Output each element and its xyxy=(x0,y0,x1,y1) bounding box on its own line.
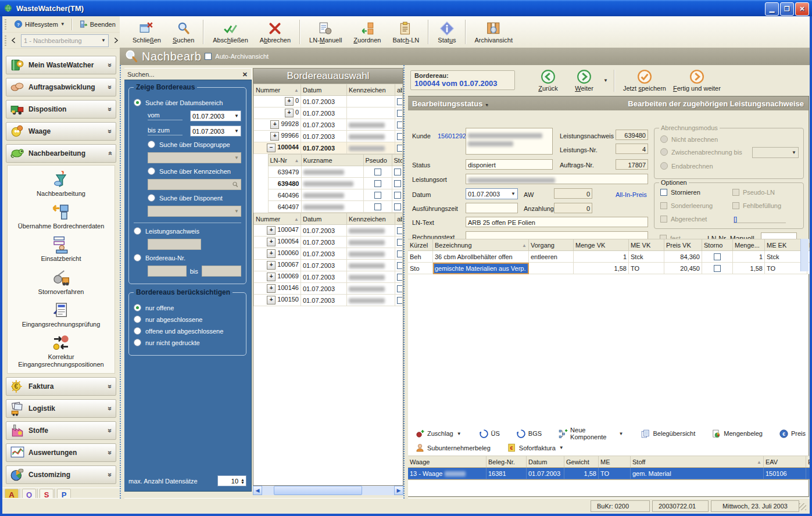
collapse-button[interactable]: − xyxy=(267,144,276,152)
splitter[interactable] xyxy=(403,65,408,499)
ln-text-field[interactable]: ARB 25 offen PE Folien xyxy=(466,217,648,227)
bordereau-row[interactable]: +001.07.2003 xyxy=(254,107,403,119)
bordereau-row[interactable]: +9996601.07.2003 xyxy=(254,131,403,142)
checkbox[interactable] xyxy=(397,110,403,117)
item-row[interactable]: Beh36 cbm Abrollbehälter offenentleeren1… xyxy=(408,251,812,263)
ln-row[interactable]: 639480 xyxy=(268,178,402,189)
expand-button[interactable]: + xyxy=(267,273,276,281)
expand-button[interactable]: + xyxy=(270,132,279,141)
sidebar-item-stornoverfahren[interactable]: Stornoverfahren xyxy=(7,268,115,296)
bordereau-row[interactable]: +10006001.07.2003 xyxy=(254,248,403,260)
checkbox[interactable] xyxy=(397,274,403,281)
checkbox[interactable] xyxy=(394,192,401,199)
toolbar-button-status[interactable]: Status xyxy=(432,19,462,45)
toolbar-button-suchen[interactable]: Suchen xyxy=(167,19,200,45)
toolbar-button-abbrechen[interactable]: Abbrechen xyxy=(254,19,296,45)
anzahlung-field[interactable]: 0 xyxy=(554,203,592,213)
sidebar-section-stoffe[interactable]: Stoffe» xyxy=(6,421,116,440)
checkbox[interactable] xyxy=(397,262,403,269)
maximize-button[interactable]: ❐ xyxy=(780,2,794,16)
sidebar-section-customizing[interactable]: Customizing» xyxy=(6,465,116,484)
sidebar-section-mein-wastewatcher[interactable]: Mein WasteWatcher» xyxy=(6,56,116,74)
checkbox[interactable] xyxy=(374,192,381,199)
zurück-button[interactable]: Zurück xyxy=(530,69,566,92)
horizontal-scrollbar[interactable]: ◀ ▶ xyxy=(253,486,403,495)
expand-button[interactable]: + xyxy=(285,97,294,106)
radio-dispogruppe[interactable] xyxy=(148,141,155,148)
üs-button[interactable]: ÜS xyxy=(476,427,503,440)
toolbar-button-ln-manuell[interactable]: LN-Manuell xyxy=(303,19,348,45)
checkbox[interactable] xyxy=(394,169,401,175)
checkbox[interactable] xyxy=(374,169,381,175)
sidebar-section-logistik[interactable]: Logistik» xyxy=(6,399,116,418)
bordereau-row[interactable]: +10004701.07.2003 xyxy=(254,225,403,236)
ln-row[interactable]: 640497 xyxy=(268,201,402,213)
bordereau-row[interactable]: −10004401.07.2003 xyxy=(254,142,403,154)
checkbox[interactable] xyxy=(714,253,721,260)
datum-combo[interactable]: 01.07.2003▼ xyxy=(466,188,518,199)
aw-field[interactable]: 0 xyxy=(554,188,592,199)
beenden-button[interactable]: Beenden xyxy=(75,18,120,30)
module-combo[interactable]: 1 - Nachbearbeitung ▼ xyxy=(21,34,109,47)
radio-nur-abgeschlossene[interactable] xyxy=(134,316,141,323)
expand-button[interactable]: + xyxy=(267,296,276,304)
checkbox[interactable] xyxy=(374,203,381,210)
bordereau-row[interactable]: +10015001.07.2003 xyxy=(254,295,403,306)
bgs-button[interactable]: BGS xyxy=(513,427,545,440)
jetzt-speichern-button[interactable]: Jetzt speichern xyxy=(620,69,670,92)
splitter[interactable] xyxy=(120,65,124,499)
bordereau-row[interactable]: +10006901.07.2003 xyxy=(254,271,403,283)
expand-button[interactable]: + xyxy=(267,249,276,258)
vom-date-combo[interactable]: 01.07.2003▼ xyxy=(190,110,241,121)
checkbox[interactable] xyxy=(397,98,403,105)
resize-grip[interactable] xyxy=(799,503,806,510)
vertical-scrollbar[interactable] xyxy=(800,239,809,271)
toolbar-button-archivansicht[interactable]: Archivansicht xyxy=(469,19,518,45)
belegübersicht-button[interactable]: Belegübersicht xyxy=(638,427,698,440)
sidebar-item-einsatzbericht[interactable]: Einsatzbericht xyxy=(7,235,115,263)
max-datensaetze-spinner[interactable]: 10 ▲▼ xyxy=(217,475,246,486)
nav-forward-button[interactable] xyxy=(112,37,120,44)
checkbox[interactable] xyxy=(397,250,403,257)
radio-bordereau-nr[interactable] xyxy=(134,254,141,261)
subunternehmerbeleg-button[interactable]: Subunternehmerbeleg xyxy=(412,441,493,454)
checkbox[interactable] xyxy=(394,180,401,187)
minimize-button[interactable]: ▁ xyxy=(765,2,779,16)
radio-offene-und-abgeschlossene[interactable] xyxy=(134,327,141,335)
scroll-right-icon[interactable]: ▶ xyxy=(394,486,403,495)
bordereau-row[interactable]: +9992801.07.2003 xyxy=(254,119,403,131)
bordereau-row[interactable]: +10006701.07.2003 xyxy=(254,260,403,271)
expand-button[interactable]: + xyxy=(267,238,276,246)
toolbar-button-batch-ln[interactable]: Batch-LN xyxy=(387,19,425,45)
expand-button[interactable]: + xyxy=(270,120,279,129)
checkbox[interactable] xyxy=(714,265,721,272)
checkbox[interactable] xyxy=(397,297,403,304)
sidebar-section-auftragsabwicklung[interactable]: Auftragsabwicklung» xyxy=(6,78,116,96)
expand-button[interactable]: + xyxy=(285,109,294,117)
checkbox[interactable] xyxy=(397,145,403,152)
toolbar-button-abschließen[interactable]: Abschließen xyxy=(207,19,254,45)
radio-kennzeichen[interactable] xyxy=(148,167,155,175)
ausfuehrungszeit-field[interactable] xyxy=(466,203,518,213)
weiter-dropdown-icon[interactable]: ▼ xyxy=(603,78,608,83)
nav-back-button[interactable] xyxy=(10,37,17,44)
checkbox[interactable] xyxy=(397,133,403,140)
radio-nur-nicht-gedruckte[interactable] xyxy=(134,339,141,346)
checkbox[interactable] xyxy=(397,285,403,292)
sidebar-item-eingangsrechnungsprüfung[interactable]: Eingangsrechnungsprüfung xyxy=(7,301,115,328)
bordereau-row[interactable]: +10014601.07.2003 xyxy=(254,283,403,295)
bracket-link[interactable]: [] xyxy=(734,216,786,223)
bis-date-combo[interactable]: 01.07.2003▼ xyxy=(190,126,241,137)
checkbox[interactable] xyxy=(397,227,403,234)
radio-leistungsnachweis[interactable] xyxy=(134,227,141,235)
item-row[interactable]: Stogemischte Materialien aus Verp.1,58TO… xyxy=(408,263,812,274)
sidebar-item-nachbearbeitung[interactable]: Nachbearbeitung xyxy=(7,170,115,198)
all-in-preis-link[interactable]: All-In-Preis xyxy=(616,191,647,198)
kunde-number-link[interactable]: 156012920 xyxy=(438,132,470,139)
expand-button[interactable]: + xyxy=(267,284,276,293)
sidebar-section-auswertungen[interactable]: Auswertungen» xyxy=(6,443,116,462)
close-button[interactable]: ✕ xyxy=(795,2,809,16)
sidebar-section-faktura[interactable]: €Faktura» xyxy=(6,377,116,396)
sidebar-section-disposition[interactable]: Disposition» xyxy=(6,100,116,119)
checkbox[interactable] xyxy=(374,180,381,187)
